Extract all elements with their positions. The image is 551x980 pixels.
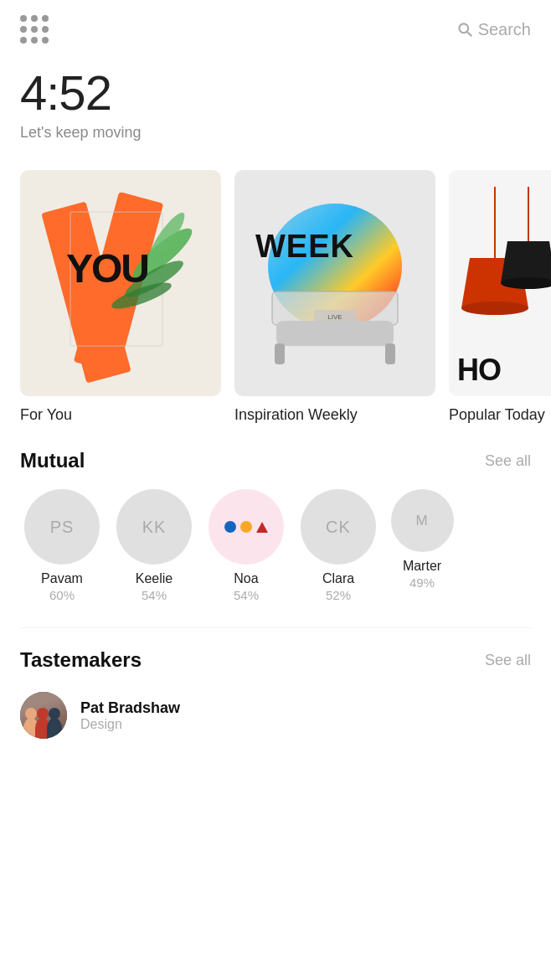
greeting-text: Let's keep moving: [20, 124, 531, 158]
person3: [47, 718, 62, 739]
card-inspiration-weekly-image: LIVE WEEK: [234, 170, 435, 396]
tastemaker-item-pat[interactable]: Pat Bradshaw Design: [0, 685, 551, 745]
tastemakers-title: Tastemakers: [20, 648, 142, 672]
search-icon: [456, 21, 473, 38]
svg-text:LIVE: LIVE: [327, 313, 342, 321]
header: Search: [0, 0, 551, 52]
tastemaker-role-pat: Design: [80, 717, 180, 732]
noa-dot-blue: [224, 521, 236, 533]
avatar-marter-name: Marter: [403, 559, 441, 574]
avatar-keelie-pct: 54%: [142, 588, 167, 602]
card-popular-today-label: Popular Today: [449, 406, 551, 424]
avatar-pavam-pct: 60%: [49, 588, 75, 602]
noa-dots-decoration: [224, 521, 268, 533]
avatar-item-noa[interactable]: Noa 54%: [204, 489, 288, 602]
tastemaker-info-pat: Pat Bradshaw Design: [80, 699, 180, 732]
mutual-see-all[interactable]: See all: [485, 452, 531, 470]
svg-marker-20: [501, 241, 551, 283]
mutual-header: Mutual See all: [20, 449, 531, 472]
card-for-you-label: For You: [20, 406, 221, 424]
avatar-clara-pct: 52%: [326, 588, 351, 602]
time-display: 4:52: [20, 69, 531, 117]
avatar-pavam-initials: PS: [50, 518, 75, 537]
avatar-noa: [209, 489, 284, 565]
avatar-clara: CK: [301, 489, 376, 565]
grid-menu-icon[interactable]: [20, 15, 49, 44]
time-section: 4:52 Let's keep moving: [0, 52, 551, 162]
svg-rect-13: [385, 343, 395, 364]
avatar-item-clara[interactable]: CK Clara 52%: [296, 489, 380, 602]
svg-point-19: [461, 302, 528, 315]
you-text: YOU: [66, 245, 148, 291]
cards-row: YOU For You: [20, 170, 551, 424]
mutual-title: Mutual: [20, 449, 85, 472]
card-inspiration-weekly[interactable]: LIVE WEEK Inspiration Weekly: [234, 170, 435, 424]
tastemakers-see-all[interactable]: See all: [485, 652, 531, 669]
week-text: WEEK: [255, 229, 354, 265]
card-popular-today-image: HO: [449, 170, 551, 396]
cards-section: YOU For You: [0, 162, 551, 424]
avatar-clara-initials: CK: [326, 518, 351, 537]
avatar-marter: M: [391, 489, 454, 552]
avatars-row: PS Pavam 60% KK Keelie 54% Noa 54%: [20, 489, 531, 611]
noa-dot-yellow: [240, 521, 252, 533]
card-for-you-image: YOU: [20, 170, 221, 396]
svg-line-1: [467, 32, 471, 36]
avatar-marter-pct: 49%: [409, 575, 435, 590]
svg-rect-12: [275, 343, 285, 364]
search-area[interactable]: Search: [456, 20, 531, 39]
avatar-noa-name: Noa: [234, 571, 258, 586]
card-popular-today[interactable]: HO Popular Today: [449, 170, 551, 424]
svg-point-0: [459, 23, 468, 33]
avatar-clara-name: Clara: [322, 571, 354, 586]
avatar-keelie: KK: [116, 489, 192, 565]
avatar-marter-initials: M: [415, 513, 428, 529]
card-inspiration-weekly-label: Inspiration Weekly: [234, 406, 435, 424]
svg-rect-11: [276, 321, 394, 346]
tastemaker-avatar-pat: [20, 692, 67, 739]
hot-text: HO: [457, 353, 501, 388]
avatar-pavam: PS: [24, 489, 100, 565]
tastemaker-name-pat: Pat Bradshaw: [80, 699, 180, 717]
card-for-you[interactable]: YOU For You: [20, 170, 221, 424]
avatar-item-pavam[interactable]: PS Pavam 60%: [20, 489, 104, 602]
tastemakers-header: Tastemakers See all: [0, 628, 551, 685]
search-label: Search: [478, 20, 531, 39]
mutual-section: Mutual See all PS Pavam 60% KK Keelie 54…: [0, 424, 551, 627]
helmet-svg: LIVE: [251, 183, 419, 384]
noa-tri-red: [256, 522, 268, 533]
avatar-noa-pct: 54%: [234, 588, 259, 602]
avatar-keelie-initials: KK: [142, 518, 167, 537]
avatar-item-marter[interactable]: M Marter 49%: [389, 489, 456, 602]
people-group-decoration: [20, 692, 67, 739]
avatar-keelie-name: Keelie: [136, 571, 173, 586]
avatar-item-keelie[interactable]: KK Keelie 54%: [112, 489, 196, 602]
avatar-pavam-name: Pavam: [41, 571, 83, 586]
